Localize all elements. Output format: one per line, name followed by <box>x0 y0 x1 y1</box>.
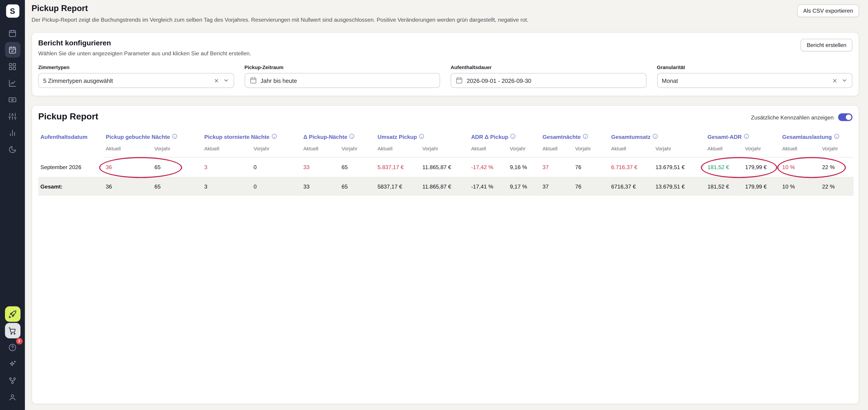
cell-aktuell: 10 % <box>780 177 820 196</box>
cell-aktuell: 5.837,17 € <box>375 157 420 177</box>
table-group-header-row: Aufenthaltsdatum Pickup gebuchte Nächtei… <box>38 129 854 143</box>
select-value: Monat <box>662 77 828 84</box>
config-fields: Zimmertypen 5 Zimmertypen ausgewählt Pic… <box>38 65 852 88</box>
table-row-total: Gesamt: 36 65 3 0 33 65 5837,17 € 11.865… <box>38 177 854 196</box>
sidebar: S <box>0 0 25 410</box>
info-icon[interactable]: i <box>419 134 424 139</box>
cell-aktuell: 6.716,37 € <box>609 157 653 177</box>
sidebar-item-night-audit[interactable] <box>5 142 20 157</box>
cell-aktuell: 5837,17 € <box>375 177 420 196</box>
app-logo[interactable]: S <box>6 4 19 18</box>
subheader-current: Aktuell <box>469 143 507 157</box>
info-icon[interactable]: i <box>510 134 516 139</box>
column-group-pickup-cancelled: Pickup stornierte Nächtei <box>202 129 301 143</box>
report-title: Pickup Report <box>38 112 98 122</box>
sidebar-item-ai[interactable] <box>5 356 20 372</box>
subheader-previous: Vorjahr <box>653 143 705 157</box>
toggle-label: Zusätzliche Kennzahlen anzeigen <box>751 114 834 120</box>
config-title: Bericht konfigurieren <box>38 39 852 47</box>
cell-aktuell: -17,42 % <box>469 157 507 177</box>
granularity-select[interactable]: Monat <box>657 73 852 88</box>
sidebar-item-analytics[interactable] <box>5 75 20 91</box>
cell-vorjahr: 65 <box>339 177 375 196</box>
help-circle-icon <box>8 343 17 351</box>
info-icon[interactable]: i <box>834 134 839 139</box>
chevron-down-icon[interactable] <box>841 77 847 83</box>
export-csv-button[interactable]: Als CSV exportieren <box>797 4 859 17</box>
chart-line-icon <box>8 79 17 87</box>
chevron-down-icon[interactable] <box>223 77 229 83</box>
field-pickup-period: Pickup-Zeitraum Jahr bis heute <box>244 65 440 88</box>
info-icon[interactable]: i <box>172 134 177 139</box>
config-header: Bericht konfigurieren Wählen Sie die unt… <box>38 39 852 56</box>
sidebar-item-settings[interactable] <box>5 108 20 124</box>
extra-metrics-toggle[interactable] <box>838 113 852 121</box>
pickup-period-input[interactable]: Jahr bis heute <box>244 73 440 88</box>
cell-aktuell: 36 <box>103 177 152 196</box>
cell-aktuell: 36 <box>103 157 152 177</box>
subheader-current: Aktuell <box>780 143 820 157</box>
cell-aktuell: 3 <box>202 157 251 177</box>
clear-icon[interactable] <box>213 78 219 83</box>
extra-metrics-toggle-group: Zusätzliche Kennzahlen anzeigen <box>751 113 852 121</box>
sidebar-item-finance[interactable] <box>5 92 20 107</box>
column-group-total-revenue: Gesamtumsatzi <box>609 129 705 143</box>
app: S <box>0 0 868 410</box>
room-types-select[interactable]: 5 Zimmertypen ausgewählt <box>38 73 234 88</box>
report-card: Pickup Report Zusätzliche Kennzahlen anz… <box>32 105 859 404</box>
cell-aktuell: 37 <box>540 177 573 196</box>
field-label: Aufenthaltsdauer <box>451 65 646 70</box>
cell-vorjahr: 9,17 % <box>508 177 540 196</box>
sidebar-item-account[interactable] <box>5 389 20 405</box>
info-icon[interactable]: i <box>583 134 588 139</box>
user-icon <box>8 393 17 401</box>
grid-icon <box>8 62 17 71</box>
cell-aktuell: 33 <box>301 177 339 196</box>
sidebar-item-dashboard[interactable] <box>5 59 20 74</box>
info-icon[interactable]: i <box>272 134 277 139</box>
sidebar-item-calendar[interactable] <box>5 26 20 41</box>
info-icon[interactable]: i <box>349 134 354 139</box>
sidebar-item-quickstart[interactable] <box>5 306 20 322</box>
page-header: Pickup Report Der Pickup-Report zeigt di… <box>32 3 859 23</box>
stay-period-input[interactable]: 2026-09-01 - 2026-09-30 <box>451 73 646 88</box>
logo-letter: S <box>10 6 15 15</box>
config-subtitle: Wählen Sie die unten angezeigten Paramet… <box>38 50 852 57</box>
cell-vorjahr: 9,16 % <box>508 157 540 177</box>
info-icon[interactable]: i <box>744 134 749 139</box>
clear-icon[interactable] <box>832 78 837 83</box>
cell-aktuell: -17,41 % <box>469 177 507 196</box>
subheader-previous: Vorjahr <box>152 143 202 157</box>
field-stay-period: Aufenthaltsdauer 2026-09-01 - 2026-09-30 <box>451 65 646 88</box>
page-description: Der Pickup-Report zeigt die Buchungstren… <box>32 16 859 23</box>
sidebar-item-statistics[interactable] <box>5 125 20 140</box>
input-value: Jahr bis heute <box>260 77 435 84</box>
cell-vorjahr: 22 % <box>820 157 854 177</box>
calendar-check-icon <box>8 45 17 54</box>
config-card: Bericht konfigurieren Wählen Sie die unt… <box>32 32 859 96</box>
sidebar-item-shop[interactable] <box>5 323 20 338</box>
column-header-date: Aufenthaltsdatum <box>38 129 103 157</box>
create-report-button[interactable]: Bericht erstellen <box>801 39 852 51</box>
column-group-pickup-booked: Pickup gebuchte Nächtei <box>103 129 202 143</box>
cell-aktuell: 37 <box>540 157 573 177</box>
cell-vorjahr: 11.865,87 € <box>420 177 469 196</box>
subheader-previous: Vorjahr <box>820 143 854 157</box>
sidebar-item-help[interactable]: 3 <box>5 340 20 355</box>
sidebar-item-planner[interactable] <box>5 42 20 58</box>
main-content: Pickup Report Der Pickup-Report zeigt di… <box>25 0 868 410</box>
cell-aktuell: 3 <box>202 177 251 196</box>
cell-vorjahr: 11.865,87 € <box>420 157 469 177</box>
field-granularity: Granularität Monat <box>657 65 852 88</box>
sidebar-item-integrations[interactable] <box>5 373 20 388</box>
column-group-pickup-revenue: Umsatz Pickupi <box>375 129 469 143</box>
cell-vorjahr: 13.679,51 € <box>653 177 705 196</box>
cell-vorjahr: 65 <box>152 157 202 177</box>
report-header: Pickup Report Zusätzliche Kennzahlen anz… <box>38 112 852 122</box>
cell-aktuell: 33 <box>301 157 339 177</box>
calendar-icon <box>249 77 256 84</box>
info-icon[interactable]: i <box>653 134 658 139</box>
field-label: Granularität <box>657 65 852 70</box>
subheader-current: Aktuell <box>301 143 339 157</box>
pickup-report-table: Aufenthaltsdatum Pickup gebuchte Nächtei… <box>38 129 854 196</box>
